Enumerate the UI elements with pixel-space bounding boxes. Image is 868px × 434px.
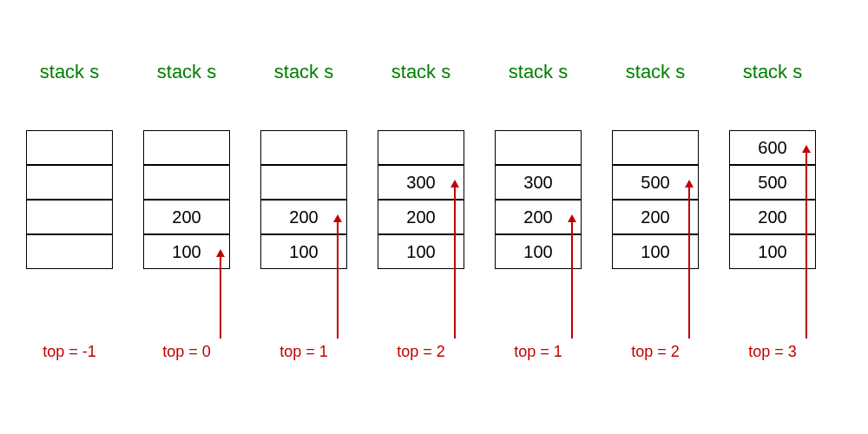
stack-cell xyxy=(495,130,582,165)
top-pointer-arrow xyxy=(688,187,690,339)
top-caption: top = 0 xyxy=(143,343,230,361)
stack-cell: 200 xyxy=(729,200,816,234)
top-pointer-arrowhead xyxy=(685,180,694,187)
stack-title: stack s xyxy=(143,61,230,83)
stack-title: stack s xyxy=(612,61,699,83)
stack-cell: 500 xyxy=(729,165,816,200)
top-pointer-arrowhead xyxy=(802,145,811,153)
top-caption: top = 2 xyxy=(378,343,464,361)
top-pointer-arrow xyxy=(806,153,807,339)
stack-cell xyxy=(260,165,347,200)
stack-cell: 100 xyxy=(495,234,582,269)
stack-cell: 100 xyxy=(612,234,699,269)
stack-cell: 100 xyxy=(378,234,464,269)
top-caption: top = 1 xyxy=(495,343,582,361)
top-pointer-arrowhead xyxy=(568,214,576,222)
stack-title: stack s xyxy=(729,61,816,83)
stack-cell: 300 xyxy=(495,165,582,200)
top-caption: top = 3 xyxy=(729,343,816,361)
stack-cell: 200 xyxy=(143,200,230,234)
top-caption: top = 1 xyxy=(260,343,347,361)
stack-sequence-diagram: stack stop = -1stack s200100top = 0stack… xyxy=(0,0,868,434)
stack-title: stack s xyxy=(26,61,113,83)
stack-title: stack s xyxy=(378,61,464,83)
stack-cell: 200 xyxy=(378,200,464,234)
stack-cell xyxy=(26,130,113,165)
stack-cell: 100 xyxy=(260,234,347,269)
stack-cell xyxy=(260,130,347,165)
top-caption: top = 2 xyxy=(612,343,699,361)
stack-cell xyxy=(26,165,113,200)
stack-cell xyxy=(378,130,464,165)
stack-title: stack s xyxy=(260,61,347,83)
top-pointer-arrowhead xyxy=(333,214,342,222)
stack-title: stack s xyxy=(495,61,582,83)
top-pointer-arrowhead xyxy=(450,180,459,187)
top-pointer-arrow xyxy=(337,222,339,339)
top-pointer-arrow xyxy=(454,187,456,339)
stack-cell: 200 xyxy=(612,200,699,234)
stack-cell xyxy=(143,130,230,165)
stack-cell xyxy=(612,130,699,165)
stack-cell xyxy=(26,234,113,269)
top-pointer-arrowhead xyxy=(216,249,225,257)
stack-cell xyxy=(143,165,230,200)
top-pointer-arrow xyxy=(571,222,573,339)
stack-cell xyxy=(26,200,113,234)
stack-cell: 100 xyxy=(729,234,816,269)
top-pointer-arrow xyxy=(220,257,221,339)
top-caption: top = -1 xyxy=(26,343,113,361)
